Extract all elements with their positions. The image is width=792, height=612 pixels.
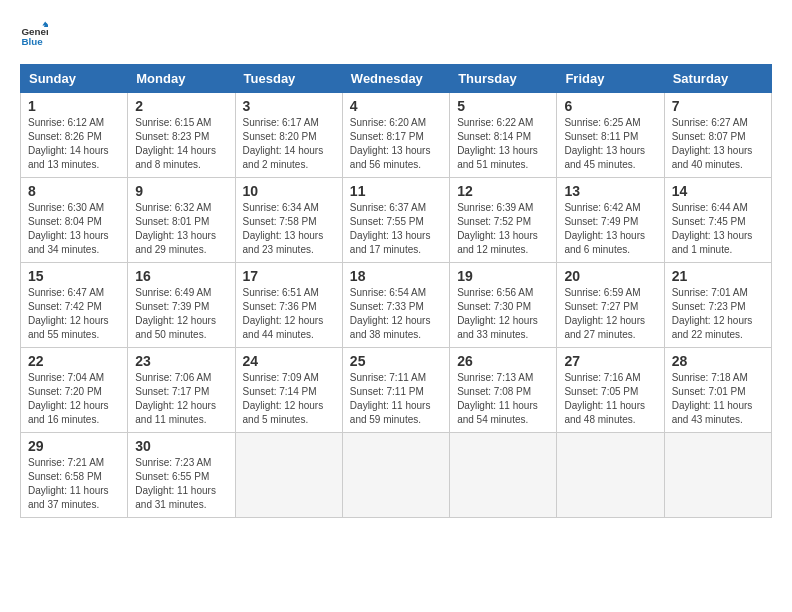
day-cell: 13 Sunrise: 6:42 AM Sunset: 7:49 PM Dayl… <box>557 178 664 263</box>
daylight-label: Daylight: 11 hours and 54 minutes. <box>457 400 538 425</box>
daylight-label: Daylight: 12 hours and 27 minutes. <box>564 315 645 340</box>
day-cell <box>235 433 342 518</box>
daylight-label: Daylight: 13 hours and 29 minutes. <box>135 230 216 255</box>
sunset-label: Sunset: 7:52 PM <box>457 216 531 227</box>
calendar-header-row: SundayMondayTuesdayWednesdayThursdayFrid… <box>21 65 772 93</box>
sunset-label: Sunset: 7:11 PM <box>350 386 424 397</box>
day-info: Sunrise: 6:56 AM Sunset: 7:30 PM Dayligh… <box>457 286 549 342</box>
day-info: Sunrise: 6:25 AM Sunset: 8:11 PM Dayligh… <box>564 116 656 172</box>
day-cell: 9 Sunrise: 6:32 AM Sunset: 8:01 PM Dayli… <box>128 178 235 263</box>
day-number: 6 <box>564 98 656 114</box>
sunset-label: Sunset: 8:17 PM <box>350 131 424 142</box>
daylight-label: Daylight: 11 hours and 48 minutes. <box>564 400 645 425</box>
day-info: Sunrise: 6:44 AM Sunset: 7:45 PM Dayligh… <box>672 201 764 257</box>
day-number: 3 <box>243 98 335 114</box>
daylight-label: Daylight: 13 hours and 34 minutes. <box>28 230 109 255</box>
day-cell: 25 Sunrise: 7:11 AM Sunset: 7:11 PM Dayl… <box>342 348 449 433</box>
week-row-5: 29 Sunrise: 7:21 AM Sunset: 6:58 PM Dayl… <box>21 433 772 518</box>
day-number: 21 <box>672 268 764 284</box>
day-cell <box>664 433 771 518</box>
daylight-label: Daylight: 13 hours and 40 minutes. <box>672 145 753 170</box>
header-sunday: Sunday <box>21 65 128 93</box>
day-info: Sunrise: 7:01 AM Sunset: 7:23 PM Dayligh… <box>672 286 764 342</box>
daylight-label: Daylight: 14 hours and 8 minutes. <box>135 145 216 170</box>
day-number: 17 <box>243 268 335 284</box>
day-info: Sunrise: 7:09 AM Sunset: 7:14 PM Dayligh… <box>243 371 335 427</box>
sunrise-label: Sunrise: 7:18 AM <box>672 372 748 383</box>
day-info: Sunrise: 7:06 AM Sunset: 7:17 PM Dayligh… <box>135 371 227 427</box>
day-info: Sunrise: 6:12 AM Sunset: 8:26 PM Dayligh… <box>28 116 120 172</box>
day-number: 14 <box>672 183 764 199</box>
day-cell: 27 Sunrise: 7:16 AM Sunset: 7:05 PM Dayl… <box>557 348 664 433</box>
day-info: Sunrise: 7:21 AM Sunset: 6:58 PM Dayligh… <box>28 456 120 512</box>
sunset-label: Sunset: 7:55 PM <box>350 216 424 227</box>
day-cell: 22 Sunrise: 7:04 AM Sunset: 7:20 PM Dayl… <box>21 348 128 433</box>
day-cell: 19 Sunrise: 6:56 AM Sunset: 7:30 PM Dayl… <box>450 263 557 348</box>
day-number: 19 <box>457 268 549 284</box>
day-info: Sunrise: 6:51 AM Sunset: 7:36 PM Dayligh… <box>243 286 335 342</box>
day-cell <box>557 433 664 518</box>
daylight-label: Daylight: 14 hours and 2 minutes. <box>243 145 324 170</box>
daylight-label: Daylight: 12 hours and 5 minutes. <box>243 400 324 425</box>
sunrise-label: Sunrise: 7:23 AM <box>135 457 211 468</box>
day-cell: 12 Sunrise: 6:39 AM Sunset: 7:52 PM Dayl… <box>450 178 557 263</box>
day-number: 11 <box>350 183 442 199</box>
day-info: Sunrise: 6:27 AM Sunset: 8:07 PM Dayligh… <box>672 116 764 172</box>
day-info: Sunrise: 6:30 AM Sunset: 8:04 PM Dayligh… <box>28 201 120 257</box>
header-wednesday: Wednesday <box>342 65 449 93</box>
sunset-label: Sunset: 7:05 PM <box>564 386 638 397</box>
day-cell: 17 Sunrise: 6:51 AM Sunset: 7:36 PM Dayl… <box>235 263 342 348</box>
day-number: 8 <box>28 183 120 199</box>
sunrise-label: Sunrise: 6:49 AM <box>135 287 211 298</box>
daylight-label: Daylight: 12 hours and 50 minutes. <box>135 315 216 340</box>
sunrise-label: Sunrise: 6:22 AM <box>457 117 533 128</box>
sunrise-label: Sunrise: 6:44 AM <box>672 202 748 213</box>
day-number: 7 <box>672 98 764 114</box>
sunrise-label: Sunrise: 6:47 AM <box>28 287 104 298</box>
day-cell: 3 Sunrise: 6:17 AM Sunset: 8:20 PM Dayli… <box>235 93 342 178</box>
sunrise-label: Sunrise: 6:12 AM <box>28 117 104 128</box>
day-number: 22 <box>28 353 120 369</box>
sunrise-label: Sunrise: 6:56 AM <box>457 287 533 298</box>
day-info: Sunrise: 6:32 AM Sunset: 8:01 PM Dayligh… <box>135 201 227 257</box>
daylight-label: Daylight: 14 hours and 13 minutes. <box>28 145 109 170</box>
sunset-label: Sunset: 7:08 PM <box>457 386 531 397</box>
day-number: 16 <box>135 268 227 284</box>
day-info: Sunrise: 6:47 AM Sunset: 7:42 PM Dayligh… <box>28 286 120 342</box>
daylight-label: Daylight: 11 hours and 43 minutes. <box>672 400 753 425</box>
day-number: 28 <box>672 353 764 369</box>
sunset-label: Sunset: 7:33 PM <box>350 301 424 312</box>
day-cell: 6 Sunrise: 6:25 AM Sunset: 8:11 PM Dayli… <box>557 93 664 178</box>
day-info: Sunrise: 6:15 AM Sunset: 8:23 PM Dayligh… <box>135 116 227 172</box>
sunrise-label: Sunrise: 6:51 AM <box>243 287 319 298</box>
day-number: 12 <box>457 183 549 199</box>
header-saturday: Saturday <box>664 65 771 93</box>
day-info: Sunrise: 7:11 AM Sunset: 7:11 PM Dayligh… <box>350 371 442 427</box>
sunrise-label: Sunrise: 7:04 AM <box>28 372 104 383</box>
sunset-label: Sunset: 8:14 PM <box>457 131 531 142</box>
day-cell: 23 Sunrise: 7:06 AM Sunset: 7:17 PM Dayl… <box>128 348 235 433</box>
sunrise-label: Sunrise: 6:32 AM <box>135 202 211 213</box>
day-number: 18 <box>350 268 442 284</box>
day-info: Sunrise: 6:37 AM Sunset: 7:55 PM Dayligh… <box>350 201 442 257</box>
daylight-label: Daylight: 12 hours and 16 minutes. <box>28 400 109 425</box>
sunset-label: Sunset: 7:45 PM <box>672 216 746 227</box>
daylight-label: Daylight: 12 hours and 33 minutes. <box>457 315 538 340</box>
day-info: Sunrise: 7:18 AM Sunset: 7:01 PM Dayligh… <box>672 371 764 427</box>
day-number: 30 <box>135 438 227 454</box>
day-cell <box>450 433 557 518</box>
day-cell: 11 Sunrise: 6:37 AM Sunset: 7:55 PM Dayl… <box>342 178 449 263</box>
sunrise-label: Sunrise: 6:54 AM <box>350 287 426 298</box>
sunrise-label: Sunrise: 6:34 AM <box>243 202 319 213</box>
day-info: Sunrise: 6:39 AM Sunset: 7:52 PM Dayligh… <box>457 201 549 257</box>
sunset-label: Sunset: 8:23 PM <box>135 131 209 142</box>
day-info: Sunrise: 6:42 AM Sunset: 7:49 PM Dayligh… <box>564 201 656 257</box>
sunset-label: Sunset: 7:27 PM <box>564 301 638 312</box>
day-cell: 21 Sunrise: 7:01 AM Sunset: 7:23 PM Dayl… <box>664 263 771 348</box>
day-cell: 15 Sunrise: 6:47 AM Sunset: 7:42 PM Dayl… <box>21 263 128 348</box>
day-number: 29 <box>28 438 120 454</box>
sunrise-label: Sunrise: 7:16 AM <box>564 372 640 383</box>
day-cell: 2 Sunrise: 6:15 AM Sunset: 8:23 PM Dayli… <box>128 93 235 178</box>
day-number: 5 <box>457 98 549 114</box>
sunset-label: Sunset: 7:20 PM <box>28 386 102 397</box>
